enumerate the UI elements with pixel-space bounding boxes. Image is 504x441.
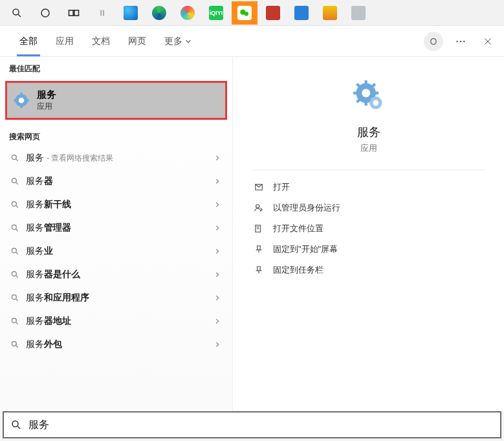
- search-icon: [10, 317, 19, 326]
- taskbar-toolbox-icon[interactable]: [260, 1, 286, 25]
- web-result-item[interactable]: 服务业: [0, 240, 232, 263]
- svg-point-2: [41, 9, 49, 17]
- preview-title: 服务: [239, 124, 498, 140]
- search-bar[interactable]: [3, 411, 501, 438]
- web-result-text: 服务: [26, 152, 44, 164]
- taskbar-divider-icon: [89, 1, 115, 25]
- taskbar-screen-app-icon[interactable]: [289, 1, 314, 25]
- web-result-text: 服务器地址: [26, 315, 71, 327]
- best-match-subtitle: 应用: [37, 101, 56, 112]
- best-match-result[interactable]: 服务 应用: [5, 81, 227, 120]
- chevron-right-icon: [214, 295, 221, 301]
- svg-line-25: [16, 206, 18, 208]
- search-icon: [10, 340, 19, 349]
- svg-point-10: [460, 40, 461, 41]
- taskbar-settings-tool-icon[interactable]: [317, 1, 343, 25]
- action-item[interactable]: 以管理员身份运行: [239, 198, 498, 218]
- taskbar-wechat-icon[interactable]: [232, 1, 257, 25]
- taskbar-task-view-icon[interactable]: [61, 1, 87, 25]
- svg-line-23: [16, 183, 18, 185]
- more-options-icon[interactable]: [451, 32, 470, 51]
- preview-pane: 服务 应用 打开以管理员身份运行打开文件位置固定到"开始"屏幕固定到任务栏: [233, 57, 504, 411]
- action-label: 以管理员身份运行: [273, 202, 340, 214]
- svg-point-39: [362, 89, 370, 97]
- tab-label: 网页: [128, 36, 146, 47]
- taskbar-search-icon[interactable]: [4, 1, 30, 25]
- search-icon: [10, 247, 19, 256]
- tab-apps[interactable]: 应用: [47, 26, 83, 56]
- web-result-item[interactable]: 服务 - 查看网络搜索结果: [0, 146, 232, 170]
- web-search-label: 搜索网页: [0, 125, 232, 146]
- actions-list: 打开以管理员身份运行打开文件位置固定到"开始"屏幕固定到任务栏: [239, 177, 498, 280]
- svg-point-22: [12, 178, 16, 183]
- web-result-item[interactable]: 服务器: [0, 170, 232, 193]
- svg-line-1: [18, 14, 21, 17]
- svg-point-15: [19, 98, 25, 104]
- tab-more[interactable]: 更多: [155, 26, 201, 56]
- action-item[interactable]: 打开文件位置: [239, 218, 498, 239]
- taskbar-browser-colorful-icon[interactable]: [175, 1, 201, 25]
- svg-point-49: [373, 100, 378, 106]
- svg-point-8: [244, 12, 248, 16]
- web-result-text: 服务业: [26, 245, 53, 257]
- action-item[interactable]: 打开: [239, 177, 498, 198]
- open-icon: [254, 182, 264, 192]
- web-result-item[interactable]: 服务器是什么: [0, 263, 232, 286]
- svg-line-35: [16, 322, 18, 324]
- svg-point-9: [457, 40, 458, 41]
- divider: [251, 170, 486, 170]
- web-result-text: 服务器是什么: [26, 269, 80, 280]
- svg-point-57: [12, 421, 18, 427]
- web-result-text: 服务新干线: [26, 199, 71, 210]
- search-icon: [10, 223, 19, 232]
- chevron-right-icon: [214, 341, 221, 348]
- web-result-item[interactable]: 服务外包: [0, 333, 232, 356]
- web-result-text: 服务和应用程序: [26, 292, 89, 304]
- action-label: 打开: [273, 181, 290, 193]
- svg-point-20: [12, 155, 16, 159]
- gear-icon: [12, 91, 30, 109]
- tab-label: 应用: [56, 36, 74, 47]
- taskbar-iqiyi-icon[interactable]: iQIYI: [203, 1, 229, 25]
- tab-docs[interactable]: 文档: [83, 26, 119, 56]
- svg-line-37: [16, 346, 18, 348]
- svg-rect-4: [74, 10, 79, 15]
- close-icon[interactable]: [478, 32, 498, 51]
- chevron-right-icon: [214, 155, 221, 161]
- taskbar-edge-legacy-icon[interactable]: [118, 1, 144, 25]
- tab-label: 更多: [164, 36, 182, 47]
- action-label: 固定到任务栏: [273, 264, 323, 276]
- avatar[interactable]: O: [424, 32, 443, 51]
- svg-point-24: [12, 201, 16, 206]
- search-icon: [10, 177, 19, 186]
- web-result-item[interactable]: 服务器地址: [0, 310, 232, 333]
- tab-web[interactable]: 网页: [119, 26, 155, 56]
- taskbar: iQIYI: [0, 0, 504, 26]
- web-result-text: 服务器: [26, 175, 53, 187]
- taskbar-cortana-icon[interactable]: [32, 1, 58, 25]
- action-item[interactable]: 固定到任务栏: [239, 260, 498, 280]
- web-result-item[interactable]: 服务管理器: [0, 216, 232, 240]
- web-result-item[interactable]: 服务和应用程序: [0, 286, 232, 310]
- chevron-right-icon: [214, 318, 221, 324]
- svg-point-30: [12, 271, 16, 276]
- svg-line-31: [16, 276, 18, 278]
- svg-point-36: [12, 341, 16, 346]
- svg-point-26: [12, 225, 16, 229]
- svg-line-29: [16, 253, 18, 254]
- preview-gear-icon: [349, 76, 388, 115]
- web-result-item[interactable]: 服务新干线: [0, 193, 232, 216]
- tab-label: 全部: [19, 36, 38, 47]
- search-input[interactable]: [28, 419, 494, 431]
- preview-subtitle: 应用: [239, 142, 498, 154]
- svg-point-0: [13, 9, 19, 15]
- results-pane: 最佳匹配 服务 应用 搜索网页 服务 - 查看网络搜索结果 服务器: [0, 57, 233, 411]
- svg-line-27: [16, 229, 18, 231]
- tab-label: 文档: [92, 36, 110, 47]
- svg-line-46: [372, 84, 375, 87]
- tab-all[interactable]: 全部: [10, 26, 47, 56]
- taskbar-computer-icon[interactable]: [345, 1, 371, 25]
- taskbar-edge-icon[interactable]: [146, 1, 172, 25]
- chevron-right-icon: [214, 271, 221, 278]
- action-item[interactable]: 固定到"开始"屏幕: [239, 239, 498, 260]
